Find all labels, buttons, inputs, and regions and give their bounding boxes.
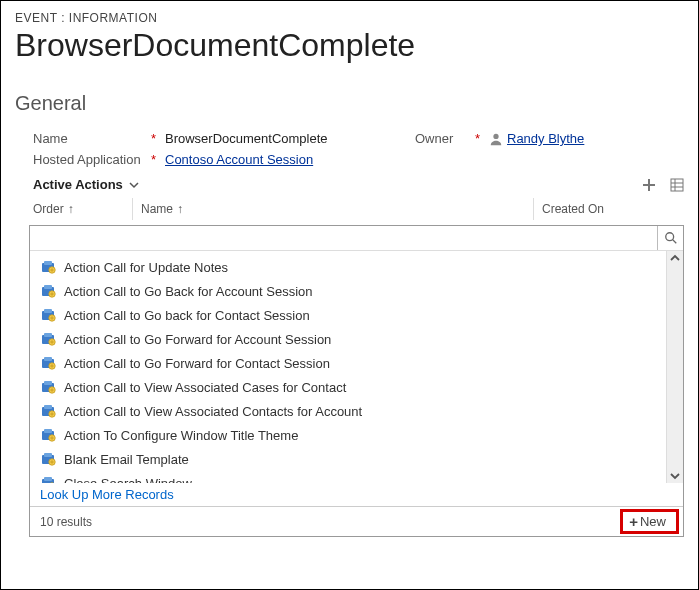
results-count: 10 results	[40, 515, 92, 529]
lookup-dropdown: Action Call for Update NotesAction Call …	[29, 225, 684, 537]
col-created[interactable]: Created On	[534, 198, 684, 220]
lookup-item-label: Action Call for Update Notes	[64, 260, 228, 275]
search-icon	[664, 231, 678, 245]
svg-point-2	[665, 233, 673, 241]
lookup-item-label: Action Call to View Associated Cases for…	[64, 380, 346, 395]
col-name[interactable]: Name ↑	[133, 198, 534, 220]
required-icon: *	[151, 131, 165, 146]
user-icon	[489, 132, 503, 146]
lookup-item[interactable]: Action Call for Update Notes	[30, 255, 666, 279]
lookup-item-label: Action To Configure Window Title Theme	[64, 428, 298, 443]
active-actions-dropdown[interactable]: Active Actions	[33, 177, 139, 192]
name-field[interactable]: BrowserDocumentComplete	[165, 131, 375, 146]
svg-rect-26	[44, 429, 52, 433]
grid-header: Order ↑ Name ↑ Created On	[33, 198, 684, 221]
scroll-up-icon[interactable]	[670, 253, 680, 263]
lookup-item-label: Action Call to Go Forward for Contact Se…	[64, 356, 330, 371]
lookup-item[interactable]: Blank Email Template	[30, 447, 666, 471]
action-call-icon	[40, 475, 56, 483]
section-general: General	[15, 92, 684, 115]
chevron-down-icon	[129, 180, 139, 190]
lookup-item-label: Action Call to View Associated Contacts …	[64, 404, 362, 419]
lookup-item[interactable]: Action Call to Go Back for Account Sessi…	[30, 279, 666, 303]
svg-rect-1	[671, 179, 683, 191]
svg-rect-29	[44, 453, 52, 457]
name-label: Name	[33, 131, 151, 146]
plus-icon: +	[629, 515, 638, 529]
svg-line-3	[672, 240, 676, 244]
lookup-item-label: Action Call to Go Back for Account Sessi…	[64, 284, 313, 299]
col-name-label: Name	[141, 202, 173, 216]
svg-rect-11	[44, 309, 52, 313]
hosted-app-label: Hosted Application	[33, 152, 151, 167]
lookup-item-label: Blank Email Template	[64, 452, 189, 467]
action-call-icon	[40, 403, 56, 419]
svg-rect-23	[44, 405, 52, 409]
active-actions-label: Active Actions	[33, 177, 123, 192]
col-order[interactable]: Order ↑	[33, 198, 133, 220]
new-button[interactable]: + New	[620, 509, 679, 534]
owner-label: Owner	[375, 131, 475, 146]
grid-view-button[interactable]	[670, 178, 684, 192]
sort-asc-icon: ↑	[177, 202, 183, 216]
lookup-item[interactable]: Action Call to Go back for Contact Sessi…	[30, 303, 666, 327]
svg-point-0	[493, 133, 498, 138]
lookup-item[interactable]: Action To Configure Window Title Theme	[30, 423, 666, 447]
lookup-item[interactable]: Close Search Window	[30, 471, 666, 483]
action-call-icon	[40, 283, 56, 299]
breadcrumb: EVENT : INFORMATION	[15, 11, 684, 25]
lookup-item[interactable]: Action Call to View Associated Cases for…	[30, 375, 666, 399]
lookup-item[interactable]: Action Call to Go Forward for Contact Se…	[30, 351, 666, 375]
svg-rect-5	[44, 261, 52, 265]
page-title: BrowserDocumentComplete	[15, 27, 684, 64]
scrollbar[interactable]	[666, 251, 683, 483]
sort-asc-icon: ↑	[68, 202, 74, 216]
svg-rect-32	[44, 477, 52, 481]
action-call-icon	[40, 307, 56, 323]
lookup-item-label: Close Search Window	[64, 476, 192, 484]
action-call-icon	[40, 427, 56, 443]
action-call-icon	[40, 355, 56, 371]
required-icon: *	[151, 152, 165, 167]
svg-rect-14	[44, 333, 52, 337]
svg-rect-20	[44, 381, 52, 385]
lookup-item-label: Action Call to Go back for Contact Sessi…	[64, 308, 310, 323]
scroll-down-icon[interactable]	[670, 471, 680, 481]
lookup-item[interactable]: Action Call to Go Forward for Account Se…	[30, 327, 666, 351]
action-call-icon	[40, 331, 56, 347]
action-call-icon	[40, 379, 56, 395]
new-button-label: New	[640, 514, 666, 529]
owner-field[interactable]: Randy Blythe	[507, 131, 584, 146]
lookup-item[interactable]: Action Call to View Associated Contacts …	[30, 399, 666, 423]
search-button[interactable]	[657, 226, 683, 250]
lookup-item-label: Action Call to Go Forward for Account Se…	[64, 332, 331, 347]
required-icon: *	[475, 131, 489, 146]
lookup-more-link[interactable]: Look Up More Records	[30, 483, 683, 506]
action-call-icon	[40, 451, 56, 467]
hosted-app-field[interactable]: Contoso Account Session	[165, 152, 313, 167]
lookup-search-input[interactable]	[30, 226, 657, 250]
col-created-label: Created On	[542, 202, 604, 216]
svg-rect-17	[44, 357, 52, 361]
svg-rect-8	[44, 285, 52, 289]
action-call-icon	[40, 259, 56, 275]
col-order-label: Order	[33, 202, 64, 216]
add-record-button[interactable]	[642, 178, 656, 192]
